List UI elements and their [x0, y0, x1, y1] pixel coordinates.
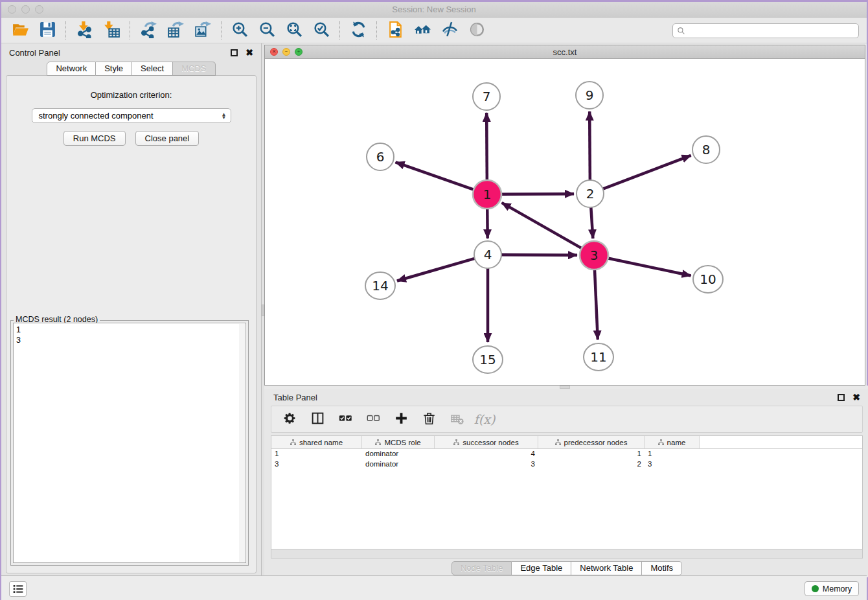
table-cell[interactable]: 1 — [645, 449, 700, 459]
table-cell[interactable]: dominator — [362, 459, 435, 470]
zoom-in-button[interactable] — [226, 20, 253, 41]
mcds-result-text[interactable]: 13 — [13, 323, 246, 563]
float-panel-icon[interactable] — [838, 394, 845, 401]
mcds-tab-content: Optimization criterion: strongly connect… — [6, 75, 257, 573]
tab-style[interactable]: Style — [96, 62, 132, 76]
node-label: 14 — [372, 278, 388, 294]
edge-1-2[interactable] — [501, 194, 574, 194]
column-header-MCDS-role[interactable]: MCDS role — [362, 436, 435, 448]
toolbar-separator — [65, 21, 66, 40]
node-label: 6 — [376, 149, 385, 165]
close-panel-icon[interactable]: ✖ — [852, 393, 860, 402]
selected-option: strongly connected component — [39, 111, 222, 121]
tab-network-table[interactable]: Network Table — [571, 561, 642, 575]
clone-network-button[interactable] — [382, 20, 409, 41]
column-label: name — [667, 439, 686, 446]
node-table: shared nameMCDS rolesuccessor nodesprede… — [271, 435, 863, 549]
zoom-out-icon — [258, 21, 276, 40]
add-entry-icon — [394, 411, 408, 427]
clone-network-icon — [387, 21, 404, 40]
export-table-button[interactable] — [162, 20, 189, 41]
sort-icon — [453, 439, 459, 445]
toolbar-separator — [376, 21, 377, 40]
import-table-button[interactable] — [98, 20, 125, 41]
hide-graphics-icon — [441, 21, 459, 40]
edge-4-14[interactable] — [397, 259, 475, 281]
table-cell[interactable]: 2 — [538, 459, 645, 470]
result-scrollbar[interactable] — [239, 324, 245, 562]
zoom-selected-icon — [313, 21, 330, 40]
hide-graphics-button[interactable] — [436, 20, 463, 41]
table-cell[interactable]: 3 — [271, 459, 362, 470]
tab-edge-table[interactable]: Edge Table — [512, 561, 571, 575]
network-canvas[interactable]: 7968124314101511 — [265, 59, 865, 385]
node-label: 7 — [483, 89, 491, 104]
first-neighbors-icon — [414, 21, 431, 40]
close-panel-icon[interactable]: ✖ — [246, 48, 253, 57]
table-cell[interactable]: 3 — [435, 459, 538, 470]
column-layout-button[interactable] — [310, 411, 325, 427]
float-panel-icon[interactable] — [231, 49, 238, 56]
open-session-icon — [12, 21, 29, 40]
delete-entry-button[interactable] — [421, 411, 437, 427]
table-scroll-band[interactable] — [271, 549, 863, 559]
column-header-predecessor-nodes[interactable]: predecessor nodes — [538, 436, 645, 448]
tab-motifs[interactable]: Motifs — [642, 561, 682, 575]
save-session-button[interactable] — [34, 20, 61, 41]
column-header-successor-nodes[interactable]: successor nodes — [435, 436, 538, 448]
status-bar: Memory — [1, 575, 867, 600]
edge-2-3[interactable] — [591, 207, 593, 238]
settings-gear-button[interactable] — [282, 411, 297, 427]
import-network-button[interactable] — [71, 20, 98, 41]
show-graphics-button[interactable] — [463, 20, 490, 41]
table-cell[interactable]: 1 — [271, 449, 362, 459]
table-cell[interactable]: 4 — [435, 449, 538, 459]
select-all-button[interactable] — [337, 411, 353, 427]
table-row[interactable]: 3dominator323 — [271, 459, 862, 470]
table-cell[interactable]: 1 — [538, 449, 645, 459]
node-label: 11 — [590, 349, 606, 365]
network-window-titlebar: ✕ − + scc.txt — [265, 45, 865, 59]
table-row[interactable]: 1dominator411 — [271, 449, 862, 459]
tab-network[interactable]: Network — [47, 62, 96, 76]
deselect-all-button[interactable] — [365, 411, 381, 427]
task-history-button[interactable] — [9, 581, 27, 597]
add-entry-button[interactable] — [393, 411, 409, 427]
close-panel-button[interactable]: Close panel — [135, 131, 200, 146]
edge-3-11[interactable] — [595, 270, 598, 340]
table-cell[interactable]: 3 — [645, 459, 700, 470]
export-image-button[interactable] — [189, 20, 216, 41]
zoom-out-button[interactable] — [253, 20, 280, 41]
list-icon — [13, 584, 23, 594]
table-cell[interactable]: dominator — [362, 449, 435, 459]
column-header-shared-name[interactable]: shared name — [271, 436, 362, 448]
zoom-selected-button[interactable] — [308, 20, 335, 41]
edge-4-3[interactable] — [501, 255, 577, 255]
edge-2-8[interactable] — [603, 156, 691, 189]
edge-3-10[interactable] — [608, 259, 691, 276]
edge-1-7[interactable] — [486, 113, 487, 180]
edge-1-6[interactable] — [396, 162, 474, 189]
run-mcds-button[interactable]: Run MCDS — [63, 131, 126, 146]
column-label: shared name — [299, 439, 343, 446]
zoom-fit-button[interactable] — [280, 20, 308, 41]
optimization-criterion-select[interactable]: strongly connected component ▲▼ — [32, 108, 231, 123]
edge-3-1[interactable] — [502, 203, 582, 248]
refresh-layout-button[interactable] — [345, 20, 372, 41]
control-panel: Control Panel ✖ NetworkStyleSelectMCDS O… — [1, 43, 262, 577]
first-neighbors-button[interactable] — [409, 20, 436, 41]
tab-mcds[interactable]: MCDS — [173, 62, 215, 76]
open-session-button[interactable] — [6, 20, 34, 41]
edge-2-9[interactable] — [589, 111, 590, 180]
table-panel-title: Table Panel — [273, 393, 317, 402]
export-network-button[interactable] — [135, 20, 162, 41]
column-label: predecessor nodes — [564, 439, 628, 446]
tab-select[interactable]: Select — [132, 62, 173, 76]
tab-node-table[interactable]: Node Table — [451, 561, 512, 575]
search-input[interactable] — [685, 24, 858, 38]
column-header-name[interactable]: name — [645, 436, 700, 448]
result-line: 3 — [16, 335, 243, 345]
zoom-fit-icon — [286, 21, 303, 40]
memory-button[interactable]: Memory — [805, 581, 859, 596]
node-label: 8 — [702, 142, 711, 157]
